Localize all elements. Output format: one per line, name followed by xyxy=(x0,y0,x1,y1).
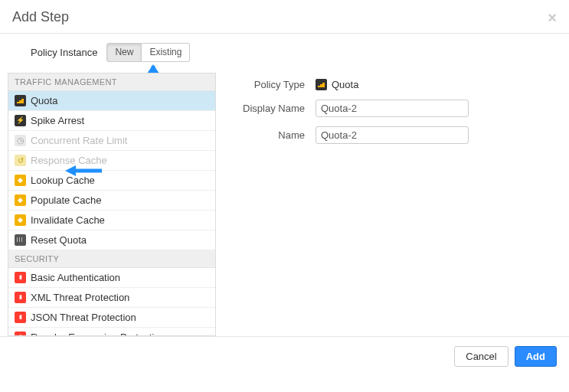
policy-item-label: Quota xyxy=(31,95,57,106)
concurrent-rate-limit-icon xyxy=(15,135,26,146)
policy-item-response-cache: Response Cache xyxy=(8,151,215,171)
policy-item-label: Populate Cache xyxy=(31,194,102,206)
policy-item-regex-protection[interactable]: Regular Expression Protection xyxy=(8,328,215,336)
policy-item-label: XML Threat Protection xyxy=(31,292,129,303)
policy-detail-form: Policy Type Quota Display Name Name xyxy=(231,73,561,336)
reset-quota-icon xyxy=(15,234,26,246)
lookup-cache-icon xyxy=(15,175,26,186)
add-button[interactable]: Add xyxy=(515,346,557,367)
policy-instance-row: Policy Instance New Existing xyxy=(8,43,561,68)
section-header-security: SECURITY xyxy=(8,250,215,268)
policy-item-basic-auth[interactable]: Basic Authentication xyxy=(8,268,215,288)
policy-item-lookup-cache[interactable]: Lookup Cache xyxy=(8,171,215,191)
close-icon[interactable]: × xyxy=(548,10,557,25)
modal-title: Add Step xyxy=(12,9,69,25)
response-cache-icon xyxy=(15,155,26,166)
policy-item-invalidate-cache[interactable]: Invalidate Cache xyxy=(8,211,215,230)
modal-body: Policy Instance New Existing TRAFFIC MAN… xyxy=(0,34,569,336)
modal-header: Add Step × xyxy=(0,0,569,34)
policy-item-label: Response Cache xyxy=(31,155,107,166)
quota-icon xyxy=(316,79,327,90)
spike-arrest-icon xyxy=(15,115,26,126)
policy-type-label: Policy Type xyxy=(231,79,316,90)
existing-toggle-button[interactable]: Existing xyxy=(142,43,190,62)
modal-footer: Cancel Add xyxy=(0,336,569,376)
basic-auth-icon xyxy=(15,272,26,283)
policy-item-label: Spike Arrest xyxy=(31,115,84,126)
policy-item-label: Regular Expression Protection xyxy=(31,332,165,336)
policy-instance-toggle: New Existing xyxy=(106,43,190,62)
invalidate-cache-icon xyxy=(15,214,26,226)
policy-type-value: Quota xyxy=(316,79,358,90)
policy-item-reset-quota[interactable]: Reset Quota xyxy=(8,230,215,250)
section-header-traffic: TRAFFIC MANAGEMENT xyxy=(8,74,215,91)
policy-instance-label: Policy Instance xyxy=(31,47,97,58)
policy-item-populate-cache[interactable]: Populate Cache xyxy=(8,191,215,211)
policy-item-label: Concurrent Rate Limit xyxy=(31,135,127,146)
display-name-input[interactable] xyxy=(316,100,469,117)
policy-item-spike-arrest[interactable]: Spike Arrest xyxy=(8,111,215,131)
cancel-button[interactable]: Cancel xyxy=(454,346,508,367)
name-label: Name xyxy=(231,129,316,141)
policy-item-json-threat[interactable]: JSON Threat Protection xyxy=(8,308,215,328)
policy-item-concurrent-rate-limit: Concurrent Rate Limit xyxy=(8,131,215,151)
policy-item-label: Reset Quota xyxy=(31,234,87,246)
policy-item-label: Invalidate Cache xyxy=(31,214,105,226)
policy-item-quota[interactable]: Quota xyxy=(8,91,215,111)
json-threat-icon xyxy=(15,312,26,323)
display-name-label: Display Name xyxy=(231,103,316,114)
new-toggle-button[interactable]: New xyxy=(106,43,142,62)
name-input[interactable] xyxy=(316,126,469,144)
policy-sidebar[interactable]: TRAFFIC MANAGEMENT Quota Spike Arrest Co… xyxy=(8,73,216,336)
regex-protection-icon xyxy=(15,332,26,336)
policy-item-label: JSON Threat Protection xyxy=(31,312,136,323)
quota-icon xyxy=(15,95,26,106)
populate-cache-icon xyxy=(15,194,26,206)
xml-threat-icon xyxy=(15,292,26,303)
policy-item-label: Lookup Cache xyxy=(31,175,95,186)
policy-item-xml-threat[interactable]: XML Threat Protection xyxy=(8,288,215,308)
policy-item-label: Basic Authentication xyxy=(31,272,120,283)
